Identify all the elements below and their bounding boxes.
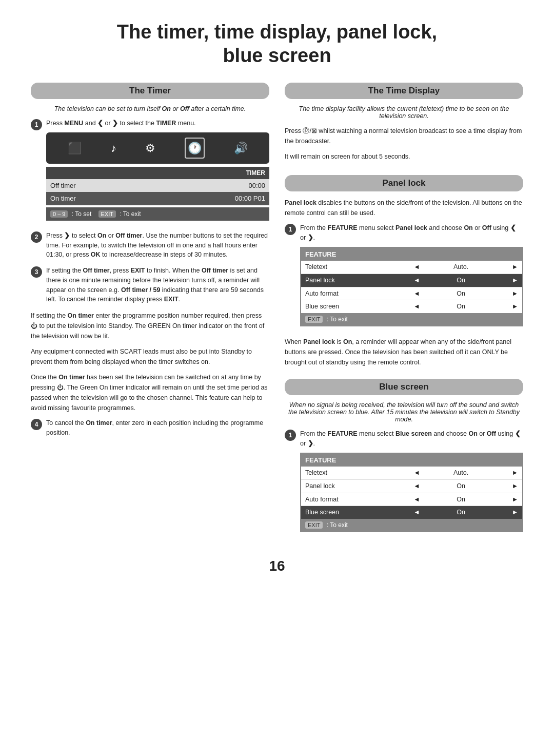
timer-para-green: Once the On timer has been set the telev… (31, 372, 269, 413)
blue-screen-value: On (434, 300, 488, 313)
bs-panel-lock-label: Panel lock (301, 479, 400, 493)
timer-step-4: 4 To cancel the On timer, enter zero in … (31, 418, 269, 438)
off-timer-label: Off timer (46, 179, 150, 192)
on-timer-label: On timer (46, 192, 150, 205)
bs-auto-format-left: ◄ (400, 493, 433, 506)
table-row: Panel lock ◄ On ► (301, 479, 522, 493)
page-title: The timer, time display, panel lock, blu… (31, 21, 523, 67)
icon-tv: ⬛ (68, 140, 82, 157)
step-2-content: Press ❯ to select On or Off timer. Use t… (46, 231, 269, 260)
panel-lock-feature-table-wrap: FEATURE Teletext ◄ Auto. ► Panel lock ◄ … (300, 247, 523, 327)
bs-panel-lock-right: ► (488, 479, 522, 493)
step-num-2: 2 (31, 231, 42, 243)
panel-lock-header: Panel lock (285, 175, 523, 191)
auto-format-label: Auto format (301, 287, 400, 300)
blue-screen-label: Blue screen (301, 300, 400, 313)
table-row: Auto format ◄ On ► (301, 287, 522, 300)
bs-teletext-right: ► (488, 467, 522, 479)
blue-screen-right: ► (488, 300, 522, 313)
panel-lock-para: When Panel lock is On, a reminder will a… (285, 337, 523, 367)
timer-intro: The television can be set to turn itself… (31, 105, 269, 112)
bs-teletext-label: Teletext (301, 467, 400, 479)
panel-lock-intro: Panel lock disables the buttons on the s… (285, 198, 523, 218)
left-column: The Timer The television can be set to t… (31, 83, 269, 542)
panel-lock-step-num-1: 1 (285, 224, 296, 235)
time-display-intro: The time display facility allows the cur… (285, 105, 523, 120)
time-display-para1: Press ⓟ/⊠ whilst watching a normal telev… (285, 126, 523, 146)
bs-panel-lock-left: ◄ (400, 479, 433, 493)
panel-lock-feature-header: FEATURE (301, 248, 522, 261)
timer-section-header: The Timer (31, 83, 269, 99)
timer-step-3: 3 If setting the Off timer, press EXIT t… (31, 266, 269, 304)
blue-screen-header: Blue screen (285, 379, 523, 395)
bs-auto-format-value: On (434, 493, 488, 506)
timer-para-on: If setting the On timer enter the progra… (31, 311, 269, 341)
timer-para-scart: Any equipment connected with SCART leads… (31, 346, 269, 367)
teletext-right: ► (488, 261, 522, 274)
step-4-content: To cancel the On timer, enter zero in ea… (46, 418, 269, 438)
step-1-content: Press MENU and ❮ or ❯ to select the TIME… (46, 119, 269, 225)
icon-clock: 🕐 (185, 138, 205, 159)
auto-format-right: ► (488, 287, 522, 300)
panel-lock-feature-table: Teletext ◄ Auto. ► Panel lock ◄ On ► (301, 261, 522, 313)
off-timer-value: 00:00 (150, 179, 269, 192)
timer-step-2: 2 Press ❯ to select On or Off timer. Use… (31, 231, 269, 260)
bs-blue-screen-value: On (434, 506, 488, 519)
table-row: Panel lock ◄ On ► (301, 274, 522, 287)
blue-screen-step-num-1: 1 (285, 430, 296, 441)
bs-teletext-value: Auto. (434, 467, 488, 479)
icon-settings: ⚙ (145, 140, 155, 157)
table-row: Blue screen ◄ On ► (301, 300, 522, 313)
table-row: Teletext ◄ Auto. ► (301, 467, 522, 479)
bs-teletext-left: ◄ (400, 467, 433, 479)
page-number: 16 (31, 558, 523, 574)
key-exit: EXIT (98, 210, 116, 218)
auto-format-left: ◄ (400, 287, 433, 300)
step-num-3: 3 (31, 266, 42, 278)
panel-lock-right: ► (488, 274, 522, 287)
panel-lock-value: On (434, 274, 488, 287)
teletext-value: Auto. (434, 261, 488, 274)
timer-table-header: TIMER (46, 167, 269, 179)
bs-blue-screen-label: Blue screen (301, 506, 400, 519)
timer-table: TIMER Off timer 00:00 On timer 00:00 P01 (46, 167, 269, 205)
panel-lock-exit-bar: EXIT : To exit (301, 313, 522, 325)
exit-key: EXIT (305, 316, 323, 323)
auto-format-value: On (434, 287, 488, 300)
key-0-9: 0 – 9 (50, 210, 68, 218)
panel-lock-left: ◄ (400, 274, 433, 287)
step-3-content: If setting the Off timer, press EXIT to … (46, 266, 269, 304)
blue-screen-step-1: 1 From the FEATURE menu select Blue scre… (285, 429, 523, 536)
icon-music: ♪ (111, 140, 116, 157)
bs-panel-lock-value: On (434, 479, 488, 493)
on-timer-value: 00:00 P01 (150, 192, 269, 205)
right-column: The Time Display The time display facili… (285, 83, 523, 542)
table-row: Teletext ◄ Auto. ► (301, 261, 522, 274)
blue-screen-intro: When no signal is being received, the te… (285, 401, 523, 423)
bs-exit-key: EXIT (305, 521, 323, 529)
blue-screen-feature-table-wrap: FEATURE Teletext ◄ Auto. ► Panel lock ◄ … (300, 453, 523, 533)
icon-speaker: 🔊 (234, 140, 248, 157)
table-row: Auto format ◄ On ► (301, 493, 522, 506)
bs-auto-format-right: ► (488, 493, 522, 506)
bs-auto-format-label: Auto format (301, 493, 400, 506)
step-num-1: 1 (31, 119, 42, 130)
blue-screen-step-1-content: From the FEATURE menu select Blue screen… (300, 429, 523, 536)
panel-lock-step-1: 1 From the FEATURE menu select Panel loc… (285, 223, 523, 331)
bs-blue-screen-right: ► (488, 506, 522, 519)
teletext-left: ◄ (400, 261, 433, 274)
blue-screen-feature-table: Teletext ◄ Auto. ► Panel lock ◄ On ► (301, 467, 522, 519)
panel-lock-step-1-content: From the FEATURE menu select Panel lock … (300, 223, 523, 331)
blue-screen-feature-header: FEATURE (301, 454, 522, 467)
menu-icons-box: ⬛ ♪ ⚙ 🕐 🔊 (46, 132, 269, 164)
key-legend: 0 – 9 : To set EXIT : To exit (46, 207, 269, 221)
time-display-para2: It will remain on screen for about 5 sec… (285, 151, 523, 162)
teletext-label: Teletext (301, 261, 400, 274)
bs-blue-screen-left: ◄ (400, 506, 433, 519)
panel-lock-label: Panel lock (301, 274, 400, 287)
table-row: Blue screen ◄ On ► (301, 506, 522, 519)
blue-screen-exit-bar: EXIT : To exit (301, 519, 522, 531)
time-display-header: The Time Display (285, 83, 523, 99)
timer-step-1: 1 Press MENU and ❮ or ❯ to select the TI… (31, 119, 269, 225)
step-num-4: 4 (31, 419, 42, 430)
